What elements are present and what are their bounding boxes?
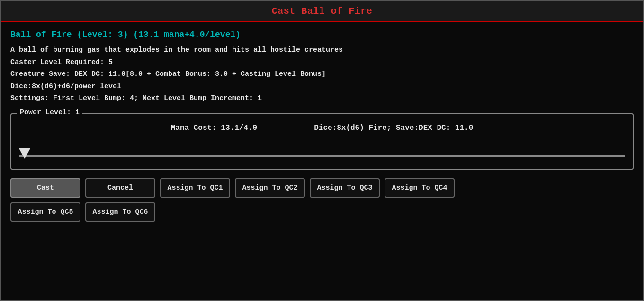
assign-qc3-button[interactable]: Assign To QC3 (310, 178, 380, 198)
assign-qc2-button[interactable]: Assign To QC2 (235, 178, 305, 198)
creature-save: Creature Save: DEX DC: 11.0[8.0 + Combat… (10, 68, 634, 81)
spell-stats-row: Mana Cost: 13.1/4.9 Dice:8x(d6) Fire; Sa… (19, 124, 625, 132)
cancel-button[interactable]: Cancel (85, 178, 155, 198)
assign-qc6-button[interactable]: Assign To QC6 (85, 202, 155, 222)
spell-description: A ball of burning gas that explodes in t… (10, 44, 634, 56)
assign-qc4-button[interactable]: Assign To QC4 (385, 178, 455, 198)
spell-header: Ball of Fire (Level: 3) (13.1 mana+4.0/l… (10, 30, 634, 39)
dice-info: Dice:8x(d6)+d6/power level (10, 81, 634, 93)
buttons-row-2: Assign To QC5 Assign To QC6 (10, 202, 634, 222)
window-title: Cast Ball of Fire (272, 6, 373, 17)
cast-button[interactable]: Cast (10, 178, 80, 198)
power-level-slider[interactable] (19, 155, 625, 157)
assign-qc5-button[interactable]: Assign To QC5 (10, 202, 80, 222)
dice-display: Dice:8x(d6) Fire; Save:DEX DC: 11.0 (314, 124, 473, 132)
settings-info: Settings: First Level Bump: 4; Next Leve… (10, 92, 634, 105)
main-window: Cast Ball of Fire Ball of Fire (Level: 3… (0, 0, 644, 301)
assign-qc1-button[interactable]: Assign To QC1 (160, 178, 230, 198)
buttons-row-1: Cast Cancel Assign To QC1 Assign To QC2 … (10, 178, 634, 198)
mana-cost-display: Mana Cost: 13.1/4.9 (171, 124, 257, 132)
caster-level: Caster Level Required: 5 (10, 56, 634, 69)
content-area: Ball of Fire (Level: 3) (13.1 mana+4.0/l… (1, 22, 643, 300)
power-level-section: Power Level: 1 Mana Cost: 13.1/4.9 Dice:… (10, 113, 634, 170)
spell-info: A ball of burning gas that explodes in t… (10, 44, 634, 105)
title-bar: Cast Ball of Fire (1, 1, 643, 22)
power-level-label: Power Level: 1 (17, 109, 82, 117)
